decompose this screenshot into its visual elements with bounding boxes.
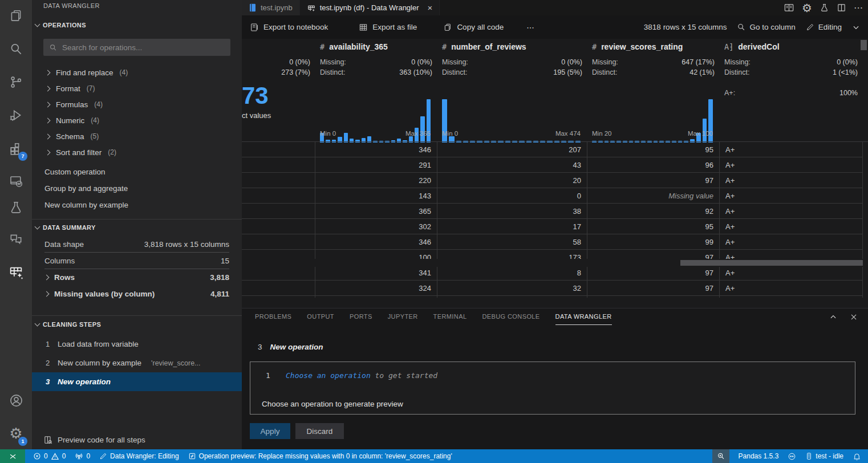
operation-category[interactable]: Numeric(4) [32,112,242,128]
table-cell[interactable]: 38 [437,204,587,219]
operation-category[interactable]: Find and replace(4) [32,64,242,80]
table-cell[interactable]: A+ [720,188,863,204]
table-cell[interactable]: Missing value [587,188,720,204]
discard-button[interactable]: Discard [295,423,344,439]
table-cell[interactable]: 95 [587,142,720,157]
panel-tab-ports[interactable]: PORTS [350,313,372,325]
table-cell[interactable]: 143 [315,188,437,204]
choose-operation-link[interactable]: Choose an operation [286,371,371,380]
editing-mode-button[interactable]: Editing [806,23,842,31]
table-cell[interactable]: 220 [315,173,437,188]
operation-category[interactable]: Schema(5) [32,128,242,144]
table-cell[interactable]: 95 [587,219,720,234]
table-cell[interactable]: A+ [720,173,863,188]
operation-preview-status[interactable]: Operation preview: Replace missing value… [184,449,457,463]
table-cell[interactable]: 324 [315,281,437,296]
table-cell[interactable] [242,204,315,219]
vertical-scrollbar-thumb[interactable] [861,40,867,50]
split-editor-icon[interactable] [837,3,846,13]
table-row[interactable]: 1430Missing valueA+ [242,188,868,204]
table-cell[interactable] [242,173,315,188]
summary-row[interactable]: Rows3,818 [32,269,242,286]
table-cell[interactable]: 20 [437,173,587,188]
column-header-review-scores-rating[interactable]: #review_scores_rating Missing:647 (17%) … [587,39,720,141]
cleaning-step[interactable]: 2New column by example'review_score... [32,354,242,372]
operation-category[interactable]: Sort and filter(2) [32,144,242,160]
panel-tab-terminal[interactable]: TERMINAL [433,313,467,325]
table-cell[interactable]: A+ [720,219,863,234]
table-cell[interactable]: 58 [437,234,587,250]
table-cell[interactable]: 96 [587,157,720,173]
operations-section-header[interactable]: OPERATIONS [35,22,86,29]
search-input[interactable] [62,43,225,52]
gear-icon[interactable]: ⚙ [802,2,812,14]
more-actions-icon[interactable]: ⋯ [854,2,863,13]
table-cell[interactable]: A+ [720,281,863,296]
search-icon[interactable] [0,38,32,60]
chevron-up-icon[interactable] [829,313,837,321]
table-cell[interactable]: 8 [437,265,587,281]
table-cell[interactable]: 365 [315,204,437,219]
table-cell[interactable] [242,296,315,298]
table-cell[interactable]: 97 [587,281,720,296]
table-cell[interactable]: A+ [720,296,863,298]
toolbar-overflow-icon[interactable]: ⋯ [518,15,543,39]
table-row[interactable]: 3465899A+ [242,234,868,250]
table-cell[interactable] [242,188,315,204]
table-cell[interactable]: 92 [587,204,720,219]
export-to-notebook-button[interactable]: Export to notebook [242,15,336,39]
operation-link[interactable]: New column by example [32,197,242,213]
cleaning-steps-section-header[interactable]: CLEANING STEPS [35,321,101,328]
cleaning-step[interactable]: 3New operation [32,372,242,391]
column-header-derivedcol[interactable]: A⁆derivedCol Missing:0 (0%) Distinct:1 (… [720,39,863,141]
panel-tab-debug-console[interactable]: DEBUG CONSOLE [482,313,540,325]
table-row[interactable]: 341897A+ [242,265,868,281]
kernel-status[interactable]: test - idle [801,449,848,463]
table-cell[interactable]: 291 [315,157,437,173]
chevron-down-icon[interactable] [852,23,860,31]
export-as-file-button[interactable]: Export as file [351,15,425,39]
column-header-availability-365[interactable]: #availability_365 Missing:0 (0%) Distinc… [315,39,437,141]
table-cell[interactable] [242,281,315,296]
operation-link[interactable]: Custom operation [32,164,242,180]
table-cell[interactable] [242,219,315,234]
column-header-partial[interactable]: 0 (0%) 273 (7%) 73 ct values [242,39,315,141]
table-cell[interactable]: 0 [437,188,587,204]
table-row[interactable]: 2914396A+ [242,157,868,173]
operation-category[interactable]: Formulas(4) [32,96,242,112]
table-cell[interactable] [242,157,315,173]
cleaning-step[interactable]: 1Load data from variable [32,335,242,354]
remote-explorer-icon[interactable] [0,170,32,193]
problems-status[interactable]: 0 0 [29,449,70,463]
table-row[interactable]: 3243297A+ [242,281,868,296]
open-notebook-icon[interactable] [784,2,794,13]
horizontal-scrollbar[interactable] [242,259,868,267]
data-wrangler-icon[interactable] [0,260,32,283]
zoom-status[interactable] [712,449,729,463]
pandas-version-status[interactable]: Pandas 1.5.3 [734,449,784,463]
account-icon[interactable] [0,389,32,412]
table-row[interactable]: 34610197A+ [242,296,868,298]
table-cell[interactable]: 97 [587,265,720,281]
remote-indicator[interactable] [0,449,25,463]
tab-test-ipynb[interactable]: test.ipynb [242,0,300,15]
close-icon[interactable]: × [428,3,433,12]
testing-beaker-icon[interactable] [820,3,829,13]
horizontal-scrollbar-thumb[interactable] [680,260,863,266]
table-cell[interactable]: A+ [720,142,863,157]
table-cell[interactable]: 97 [587,173,720,188]
copilot-status[interactable] [783,449,801,463]
table-cell[interactable]: A+ [720,265,863,281]
table-cell[interactable]: 97 [587,296,720,298]
panel-tab-jupyter[interactable]: JUPYTER [388,313,418,325]
table-cell[interactable] [242,265,315,281]
table-row[interactable]: 34620795A+ [242,142,868,157]
table-cell[interactable] [242,142,315,157]
operation-link[interactable]: Group by and aggregate [32,180,242,197]
ports-status[interactable]: 0 [70,449,95,463]
settings-gear-icon[interactable]: ⚙ 1 [0,422,32,445]
operations-search[interactable] [43,39,230,56]
table-cell[interactable]: 346 [315,142,437,157]
table-cell[interactable]: A+ [720,204,863,219]
extensions-icon[interactable]: 7 [0,137,32,160]
